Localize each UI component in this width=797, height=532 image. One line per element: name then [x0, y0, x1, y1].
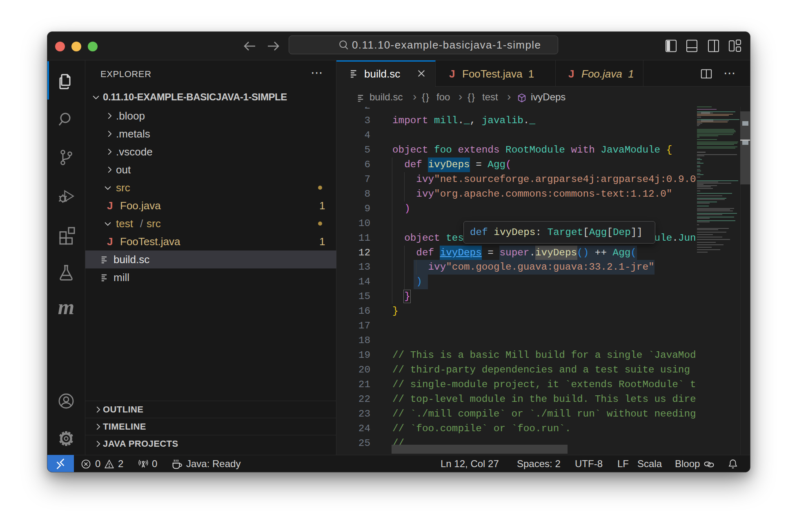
svg-text:m: m: [58, 299, 74, 319]
